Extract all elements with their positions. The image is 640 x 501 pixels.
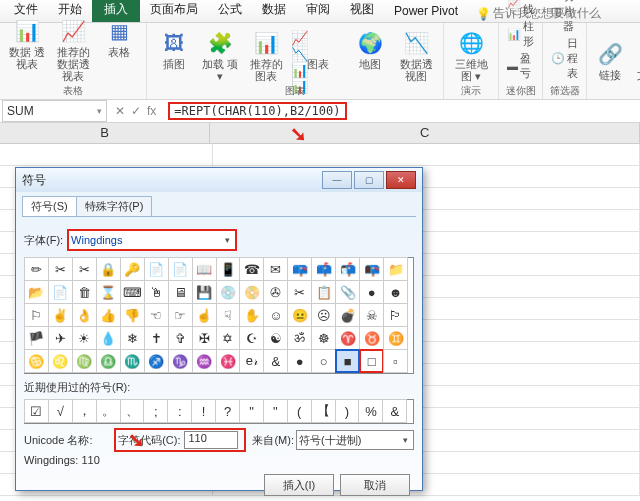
- symbol-cell[interactable]: ♑: [168, 349, 193, 373]
- symbol-cell[interactable]: 📄: [48, 280, 73, 304]
- symbol-cell[interactable]: 📱: [216, 257, 241, 281]
- symbol-cell[interactable]: 📂: [24, 280, 49, 304]
- maximize-button[interactable]: ▢: [354, 171, 384, 189]
- btn-sparkline-column[interactable]: 📊 柱形: [503, 18, 538, 50]
- symbol-cell[interactable]: ♐: [144, 349, 169, 373]
- btn-pivotchart[interactable]: 📉数据透视图: [393, 26, 439, 82]
- recent-symbol[interactable]: √: [48, 399, 73, 423]
- name-box[interactable]: SUM▾: [2, 100, 107, 122]
- symbol-cell[interactable]: ❄: [120, 326, 145, 350]
- symbol-cell[interactable]: ♏: [120, 349, 145, 373]
- formula-input[interactable]: =REPT(CHAR(110),B2/100): [162, 102, 640, 120]
- symbol-cell[interactable]: ✋: [239, 303, 264, 327]
- symbol-cell[interactable]: □: [359, 349, 384, 373]
- symbol-cell[interactable]: e𝓇: [239, 349, 264, 373]
- symbol-cell[interactable]: 🗑: [72, 280, 97, 304]
- symbol-cell[interactable]: ▫: [383, 349, 408, 373]
- symbol-cell[interactable]: 📬: [335, 257, 360, 281]
- symbol-cell[interactable]: 📀: [239, 280, 264, 304]
- symbol-cell[interactable]: ⌛: [96, 280, 121, 304]
- symbol-cell[interactable]: ♈: [335, 326, 360, 350]
- recent-symbol[interactable]: :: [167, 399, 192, 423]
- symbol-cell[interactable]: 📎: [335, 280, 360, 304]
- btn-slicer[interactable]: ◫ 切片器: [547, 0, 582, 35]
- recent-symbol[interactable]: (: [287, 399, 312, 423]
- dialog-tab-special[interactable]: 特殊字符(P): [76, 196, 153, 216]
- btn-recommended-charts[interactable]: 📊推荐的 图表: [243, 26, 289, 82]
- tab-formulas[interactable]: 公式: [208, 0, 252, 22]
- symbol-cell[interactable]: ॐ: [287, 326, 312, 350]
- btn-timeline[interactable]: 🕒 日程表: [547, 35, 582, 82]
- symbol-cell[interactable]: 💾: [192, 280, 217, 304]
- tab-layout[interactable]: 页面布局: [140, 0, 208, 22]
- symbol-cell[interactable]: ●: [287, 349, 312, 373]
- recent-symbol[interactable]: 、: [120, 399, 145, 423]
- symbol-cell[interactable]: ☸: [311, 326, 336, 350]
- btn-pivottable[interactable]: 📊数据 透视表: [4, 14, 50, 70]
- symbol-cell[interactable]: ☪: [239, 326, 264, 350]
- symbol-cell[interactable]: ✂: [48, 257, 73, 281]
- symbol-cell[interactable]: 👍: [96, 303, 121, 327]
- from-combo[interactable]: 符号(十进制)▾: [296, 430, 414, 450]
- symbol-cell[interactable]: ⚐: [24, 303, 49, 327]
- tab-data[interactable]: 数据: [252, 0, 296, 22]
- symbol-cell[interactable]: ♓: [216, 349, 241, 373]
- dialog-titlebar[interactable]: 符号 — ▢ ✕: [16, 168, 422, 192]
- recent-symbol[interactable]: ☑: [24, 399, 49, 423]
- close-button[interactable]: ✕: [386, 171, 416, 189]
- symbol-cell[interactable]: 📖: [192, 257, 217, 281]
- minimize-button[interactable]: —: [322, 171, 352, 189]
- symbol-cell[interactable]: ☞: [168, 303, 193, 327]
- symbol-cell[interactable]: 🔑: [120, 257, 145, 281]
- symbol-cell[interactable]: ♌: [48, 349, 73, 373]
- symbol-cell[interactable]: ●: [359, 280, 384, 304]
- cancel-button[interactable]: 取消: [340, 474, 410, 496]
- symbol-cell[interactable]: 🏳: [383, 303, 408, 327]
- symbol-cell[interactable]: 😐: [287, 303, 312, 327]
- dialog-tab-symbols[interactable]: 符号(S): [22, 196, 77, 216]
- fx-button[interactable]: fx: [147, 104, 156, 118]
- symbol-cell[interactable]: &: [263, 349, 288, 373]
- btn-addins[interactable]: 🧩加载 项 ▾: [197, 26, 243, 82]
- btn-text[interactable]: A文本: [629, 37, 640, 81]
- recent-symbol[interactable]: ;: [143, 399, 168, 423]
- symbol-cell[interactable]: 📋: [311, 280, 336, 304]
- symbol-cell[interactable]: ♊: [383, 326, 408, 350]
- font-combo[interactable]: Wingdings▾: [67, 229, 237, 251]
- symbol-cell[interactable]: ♋: [24, 349, 49, 373]
- symbol-cell[interactable]: ☟: [216, 303, 241, 327]
- symbol-cell[interactable]: ☀: [72, 326, 97, 350]
- symbol-cell[interactable]: ✞: [168, 326, 193, 350]
- cell-value[interactable]: [213, 144, 640, 166]
- symbol-cell[interactable]: 📁: [383, 257, 408, 281]
- col-b[interactable]: B: [0, 123, 210, 143]
- recent-symbol[interactable]: ?: [215, 399, 240, 423]
- fx-confirm[interactable]: ✓: [131, 104, 141, 118]
- symbol-cell[interactable]: ○: [311, 349, 336, 373]
- recent-symbol[interactable]: 【: [311, 399, 336, 423]
- btn-illustrations[interactable]: 🖼插图: [151, 26, 197, 70]
- btn-recommended-pivot[interactable]: 📈推荐的 数据透视表: [50, 14, 96, 82]
- symbol-cell[interactable]: ✠: [192, 326, 217, 350]
- btn-sparkline-line[interactable]: 📈 折线: [503, 0, 538, 18]
- symbol-cell[interactable]: 🖥: [168, 280, 193, 304]
- symbol-cell[interactable]: ✌: [48, 303, 73, 327]
- symbol-cell[interactable]: 🖱: [144, 280, 169, 304]
- tab-powerpivot[interactable]: Power Pivot: [384, 1, 468, 22]
- symbol-cell[interactable]: 📪: [287, 257, 312, 281]
- symbol-cell[interactable]: 📄: [168, 257, 193, 281]
- btn-table[interactable]: ▦表格: [96, 14, 142, 58]
- symbol-cell[interactable]: ✇: [263, 280, 288, 304]
- symbol-cell[interactable]: ✂: [72, 257, 97, 281]
- recent-symbol[interactable]: !: [191, 399, 216, 423]
- symbol-cell[interactable]: ✝: [144, 326, 169, 350]
- recent-symbol[interactable]: %: [358, 399, 383, 423]
- symbol-cell[interactable]: ♍: [72, 349, 97, 373]
- symbol-cell[interactable]: 📭: [359, 257, 384, 281]
- symbol-cell[interactable]: 👎: [120, 303, 145, 327]
- recent-symbol[interactable]: &: [382, 399, 407, 423]
- recent-symbol[interactable]: ": [263, 399, 288, 423]
- symbol-cell[interactable]: ✏: [24, 257, 49, 281]
- symbol-cell[interactable]: ✡: [216, 326, 241, 350]
- symbol-cell[interactable]: ✉: [263, 257, 288, 281]
